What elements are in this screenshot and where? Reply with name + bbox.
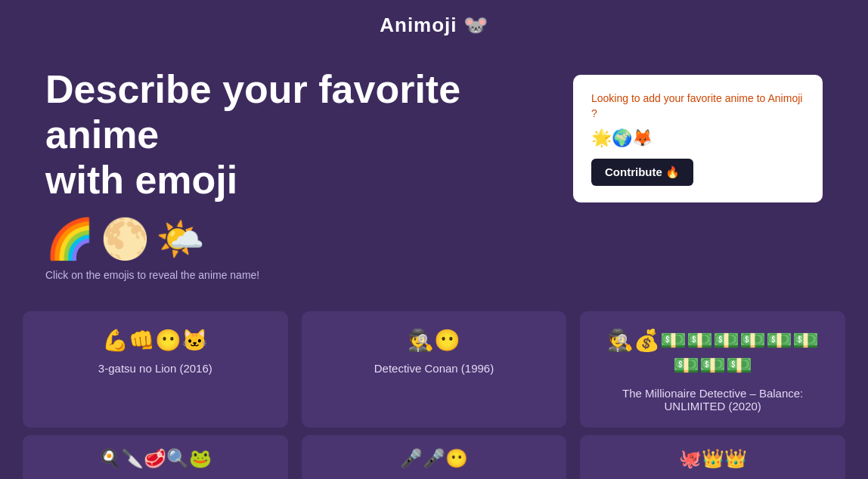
- anime-card-2-emojis: 🕵️😶: [315, 328, 553, 353]
- anime-cards-bottom-grid: 🍳🔪🥩🔍🐸 🎤🎤😶 🐙👑👑: [0, 435, 868, 479]
- anime-card-5[interactable]: 🎤🎤😶: [302, 435, 567, 479]
- anime-card-2-title: Detective Conan (1996): [315, 362, 553, 375]
- anime-card-3-title: The Millionaire Detective – Balance: UNL…: [594, 387, 832, 413]
- anime-card-3[interactable]: 🕵️💰💵💵💵💵💵💵💵💵💵 The Millionaire Detective –…: [580, 311, 845, 428]
- anime-cards-grid: 💪👊😶🐱 3-gatsu no Lion (2016) 🕵️😶 Detectiv…: [0, 296, 868, 435]
- hero-section: Describe your favorite animewith emoji 🌈…: [0, 45, 868, 296]
- contribute-button[interactable]: Contribute 🔥: [591, 159, 693, 186]
- anime-card-4[interactable]: 🍳🔪🥩🔍🐸: [23, 435, 288, 479]
- contribute-card-text: Looking to add your favorite anime to An…: [591, 91, 804, 121]
- anime-card-6[interactable]: 🐙👑👑: [580, 435, 845, 479]
- hero-emoji-1[interactable]: 🌈: [45, 219, 95, 258]
- hero-emoji-3[interactable]: 🌤️: [156, 219, 205, 258]
- anime-card-1-title: 3-gatsu no Lion (2016): [36, 362, 274, 375]
- contribute-card: Looking to add your favorite anime to An…: [573, 75, 823, 202]
- hero-heading: Describe your favorite animewith emoji: [45, 67, 560, 202]
- anime-card-5-emojis: 🎤🎤😶: [400, 448, 468, 469]
- anime-card-4-emojis: 🍳🔪🥩🔍🐸: [98, 448, 212, 469]
- hero-hint: Click on the emojis to reveal the anime …: [45, 269, 560, 281]
- contribute-card-emojis: 🌟🌍🦊: [591, 128, 804, 148]
- hero-emojis[interactable]: 🌈 🌕 🌤️: [45, 219, 560, 258]
- anime-card-2[interactable]: 🕵️😶 Detective Conan (1996): [302, 311, 567, 428]
- anime-card-6-emojis: 🐙👑👑: [679, 448, 747, 469]
- app-title: Animoji 🐭: [380, 14, 488, 36]
- hero-left: Describe your favorite animewith emoji 🌈…: [45, 67, 560, 281]
- anime-card-1[interactable]: 💪👊😶🐱 3-gatsu no Lion (2016): [23, 311, 288, 428]
- hero-emoji-2[interactable]: 🌕: [101, 219, 150, 258]
- anime-card-3-emojis: 🕵️💰💵💵💵💵💵💵💵💵💵: [594, 328, 832, 378]
- anime-card-1-emojis: 💪👊😶🐱: [36, 328, 274, 353]
- app-header: Animoji 🐭: [0, 0, 868, 45]
